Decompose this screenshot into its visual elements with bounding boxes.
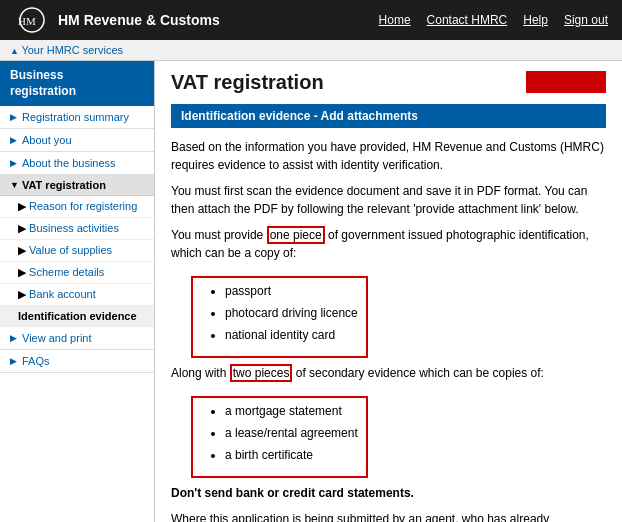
- para-2: You must first scan the evidence documen…: [171, 182, 606, 218]
- sidebar-link-about-business[interactable]: About the business: [22, 157, 116, 169]
- arrow-icon: ▶: [18, 200, 26, 212]
- sidebar-item-value-supplies[interactable]: ▶ Value of supplies: [0, 240, 154, 262]
- section-header: Identification evidence - Add attachment…: [171, 104, 606, 128]
- list-item: national identity card: [225, 326, 358, 344]
- arrow-icon: ▶: [10, 135, 17, 145]
- sidebar-link-bank-account[interactable]: Bank account: [29, 288, 96, 300]
- arrow-icon: ▶: [10, 112, 17, 122]
- sidebar-item-about-you[interactable]: ▶ About you: [0, 129, 154, 152]
- nav-help[interactable]: Help: [523, 13, 548, 27]
- sidebar-item-reason[interactable]: ▶ Reason for registering: [0, 196, 154, 218]
- header-logo: HM HM Revenue & Customs: [14, 6, 220, 34]
- header-nav: Home Contact HMRC Help Sign out: [379, 13, 608, 27]
- arrow-icon: ▶: [18, 288, 26, 300]
- arrow-icon: ▶: [18, 266, 26, 278]
- sidebar-item-registration-summary[interactable]: ▶ Registration summary: [0, 106, 154, 129]
- sidebar-link-about-you[interactable]: About you: [22, 134, 72, 146]
- list-item: a mortgage statement: [225, 402, 358, 420]
- sidebar-item-business-activities[interactable]: ▶ Business activities: [0, 218, 154, 240]
- layout: Business registration ▶ Registration sum…: [0, 61, 622, 522]
- para-4-prefix: Along with: [171, 366, 230, 380]
- sidebar-item-scheme-details[interactable]: ▶ Scheme details: [0, 262, 154, 284]
- arrow-icon: ▶: [10, 356, 17, 366]
- sidebar-item-vat-registration[interactable]: ▼ VAT registration: [0, 175, 154, 196]
- nav-home[interactable]: Home: [379, 13, 411, 27]
- arrow-down-icon: ▼: [10, 180, 19, 190]
- para-3-highlighted: one piece: [267, 226, 325, 244]
- secondary-ul: a mortgage statement a lease/rental agre…: [225, 402, 358, 464]
- top-right-box: [526, 71, 606, 93]
- para-3-prefix: You must provide: [171, 228, 267, 242]
- photo-id-ul: passport photocard driving licence natio…: [225, 282, 358, 344]
- sidebar-section-title: Business registration: [0, 61, 154, 106]
- sidebar-link-view-print[interactable]: View and print: [22, 332, 92, 344]
- para-3: You must provide one piece of government…: [171, 226, 606, 262]
- header: HM HM Revenue & Customs Home Contact HMR…: [0, 0, 622, 40]
- crown-icon: HM: [14, 6, 50, 34]
- main-content: VAT registration Identification evidence…: [155, 61, 622, 522]
- dont-send: Don't send bank or credit card statement…: [171, 484, 606, 502]
- content-area: Based on the information you have provid…: [171, 138, 606, 522]
- sidebar-link-faqs[interactable]: FAQs: [22, 355, 50, 367]
- secondary-evidence-list: a mortgage statement a lease/rental agre…: [191, 396, 368, 478]
- nav-contact[interactable]: Contact HMRC: [427, 13, 508, 27]
- para-4: Along with two pieces of secondary evide…: [171, 364, 606, 382]
- list-item: a lease/rental agreement: [225, 424, 358, 442]
- nav-signout[interactable]: Sign out: [564, 13, 608, 27]
- sidebar: Business registration ▶ Registration sum…: [0, 61, 155, 522]
- arrow-icon: ▶: [18, 222, 26, 234]
- arrow-icon: ▶: [10, 158, 17, 168]
- sidebar-link-reason[interactable]: Reason for registering: [29, 200, 137, 212]
- sidebar-item-bank-account[interactable]: ▶ Bank account: [0, 284, 154, 306]
- services-bar: Your HMRC services: [0, 40, 622, 61]
- sidebar-link-identification-evidence[interactable]: Identification evidence: [18, 310, 137, 322]
- svg-text:HM: HM: [18, 15, 36, 27]
- sidebar-link-scheme-details[interactable]: Scheme details: [29, 266, 104, 278]
- para-1: Based on the information you have provid…: [171, 138, 606, 174]
- services-link[interactable]: Your HMRC services: [10, 44, 123, 56]
- arrow-icon: ▶: [10, 333, 17, 343]
- sidebar-link-value-supplies[interactable]: Value of supplies: [29, 244, 112, 256]
- list-item: photocard driving licence: [225, 304, 358, 322]
- sidebar-link-registration-summary[interactable]: Registration summary: [22, 111, 129, 123]
- list-item: passport: [225, 282, 358, 300]
- arrow-icon: ▶: [18, 244, 26, 256]
- sidebar-vat-label: VAT registration: [22, 179, 106, 191]
- sidebar-link-business-activities[interactable]: Business activities: [29, 222, 119, 234]
- sidebar-item-view-print[interactable]: ▶ View and print: [0, 327, 154, 350]
- list-item: a birth certificate: [225, 446, 358, 464]
- agent-para: Where this application is being submitte…: [171, 510, 606, 522]
- sidebar-item-identification-evidence[interactable]: Identification evidence: [0, 306, 154, 327]
- sidebar-item-about-business[interactable]: ▶ About the business: [0, 152, 154, 175]
- para-4-highlighted: two pieces: [230, 364, 293, 382]
- header-title: HM Revenue & Customs: [58, 12, 220, 28]
- para-4-suffix: of secondary evidence which can be copie…: [292, 366, 543, 380]
- sidebar-item-faqs[interactable]: ▶ FAQs: [0, 350, 154, 373]
- photo-id-list: passport photocard driving licence natio…: [191, 276, 368, 358]
